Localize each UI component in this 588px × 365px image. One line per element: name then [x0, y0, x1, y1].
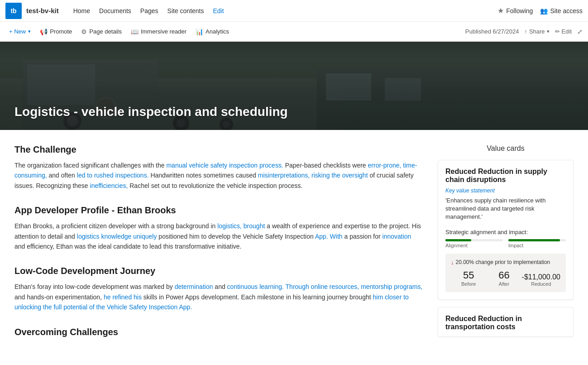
immersive-reader-button[interactable]: 📖 Immersive reader [127, 26, 190, 37]
lowcode-section: Low-Code Development Journey Ethan's for… [14, 266, 423, 312]
lc-link3: Through online resources, [286, 283, 359, 290]
people-icon: 👥 [540, 7, 548, 14]
alignment-bar-fill [445, 239, 471, 241]
down-arrow-icon: ↓ [451, 259, 454, 266]
immersive-reader-icon: 📖 [131, 28, 139, 35]
published-status: Published 6/27/2024 [465, 28, 519, 35]
developer-body: Ethan Brooks, a proficient citizen devel… [14, 221, 423, 251]
right-sidebar: Value cards Reduced Reduction in supply … [438, 144, 574, 352]
card1-after: 66 After [486, 269, 521, 287]
analytics-label: Analytics [206, 28, 229, 35]
lc-link4: mentorship programs, [361, 283, 422, 290]
alignment-bar-track [445, 239, 503, 241]
card1-reduced-label: Reduced [522, 281, 560, 287]
lc-link7: unlocking the full potential of the Vehi… [14, 303, 192, 311]
promote-icon: 📢 [40, 28, 48, 35]
dev-link2: logistics knowledge uniquely [77, 233, 157, 240]
card1-title: Reduced Reduction in supply chain disrup… [445, 168, 566, 184]
fullscreen-icon: ⤢ [577, 28, 583, 35]
nav-links: Home Documents Pages Site contents Edit [70, 5, 498, 16]
new-button[interactable]: + New ▾ [5, 26, 34, 37]
page-details-icon: ⚙ [81, 28, 87, 35]
site-access-label: Site access [550, 7, 583, 14]
page-details-button[interactable]: ⚙ Page details [77, 26, 125, 37]
following-button[interactable]: ★ Following [497, 6, 533, 15]
card1-reduced-value: -$11,000.00 [522, 273, 560, 281]
value-card-2: Reduced Reduction in transportation cost… [438, 307, 574, 337]
card1-reduced: -$11,000.00 Reduced [522, 273, 560, 287]
share-button[interactable]: ↑ Share ▾ [524, 28, 549, 35]
nav-home[interactable]: Home [70, 5, 94, 16]
nav-right: ★ Following 👥 Site access [497, 6, 583, 15]
fullscreen-button[interactable]: ⤢ [577, 28, 583, 35]
card1-kv-text: 'Enhances supply chain resilience with s… [445, 197, 566, 221]
star-icon: ★ [497, 6, 504, 15]
edit-label: Edit [562, 28, 572, 35]
top-nav: tb test-bv-kit Home Documents Pages Site… [0, 0, 588, 22]
challenge-section: The Challenge The organization faced sig… [14, 144, 423, 191]
lowcode-title: Low-Code Development Journey [14, 266, 423, 276]
site-title: test-bv-kit [26, 7, 59, 14]
site-access-button[interactable]: 👥 Site access [540, 7, 583, 14]
share-label: Share [529, 28, 545, 35]
challenge-link1: manual vehicle safety inspection process… [166, 162, 283, 169]
logo: tb [5, 3, 22, 19]
new-chevron-icon: ▾ [28, 29, 31, 34]
card1-metrics-box: ↓ 20.00% change prior to implementation … [445, 254, 566, 292]
card1-after-value: 66 [486, 269, 521, 281]
nav-documents[interactable]: Documents [96, 5, 135, 16]
challenge-link5: inefficiencies, [90, 182, 128, 189]
dev-link4: innovation [382, 233, 411, 240]
lc-link1: determination [175, 283, 213, 290]
content-area: The Challenge The organization faced sig… [0, 130, 588, 365]
challenge-body: The organization faced significant chall… [14, 160, 423, 191]
following-label: Following [506, 7, 533, 14]
card1-strategic-label: Strategic alignment and impact: [445, 229, 566, 235]
impact-bar-fill [508, 239, 560, 241]
edit-button[interactable]: ✏ Edit [555, 28, 572, 35]
logo-initials: tb [10, 7, 16, 14]
nav-site-contents[interactable]: Site contents [164, 5, 208, 16]
nav-pages[interactable]: Pages [137, 5, 162, 16]
analytics-button[interactable]: 📊 Analytics [192, 26, 233, 37]
card1-metrics-change: ↓ 20.00% change prior to implementation [451, 259, 560, 266]
card1-after-label: After [486, 281, 521, 287]
card1-change-text: 20.00% change prior to implementation [456, 259, 550, 265]
left-content: The Challenge The organization faced sig… [14, 144, 423, 352]
challenge-title: The Challenge [14, 144, 423, 155]
developer-title: App Developer Profile - Ethan Brooks [14, 205, 423, 216]
card1-metrics-values: 55 Before 66 After -$11,000.00 Reduced [451, 269, 560, 287]
card1-before: 55 Before [451, 269, 486, 287]
alignment-bar-group: Alignment [445, 239, 503, 248]
dev-link3: App. With [315, 233, 343, 240]
dev-link1: logistics, brought [217, 222, 265, 230]
challenge-link3: led to rushed inspections. [77, 172, 149, 179]
card2-title: Reduced Reduction in transportation cost… [445, 315, 566, 331]
hero-title: Logistics - vehicle inspection and sched… [14, 105, 288, 119]
impact-bar-track [508, 239, 566, 241]
alignment-label: Alignment [445, 243, 503, 248]
published-label: Published 6/27/2024 [465, 28, 519, 35]
lc-link5: he refined his [104, 293, 142, 301]
overcoming-section: Overcoming Challenges [14, 327, 423, 337]
challenge-link4: misinterpretations, risking the oversigh… [258, 172, 368, 179]
promote-button[interactable]: 📢 Promote [36, 26, 76, 37]
immersive-reader-label: Immersive reader [141, 28, 186, 35]
impact-label: Impact [508, 243, 566, 248]
new-label: + New [9, 28, 26, 35]
toolbar: + New ▾ 📢 Promote ⚙ Page details 📖 Immer… [0, 22, 588, 42]
overcoming-title: Overcoming Challenges [14, 327, 423, 337]
nav-edit[interactable]: Edit [210, 5, 228, 16]
impact-bar-group: Impact [508, 239, 566, 248]
share-icon: ↑ [524, 28, 527, 35]
card1-alignment-bars: Alignment Impact [445, 239, 566, 248]
toolbar-right: Published 6/27/2024 ↑ Share ▾ ✏ Edit ⤢ [465, 28, 583, 35]
lowcode-body: Ethan's foray into low-code development … [14, 282, 423, 312]
lc-link2: continuous learning. [227, 283, 284, 290]
card1-kv-label: Key value statement [445, 187, 566, 194]
developer-section: App Developer Profile - Ethan Brooks Eth… [14, 205, 423, 251]
hero-banner: Logistics - vehicle inspection and sched… [0, 42, 588, 130]
lc-link6: him closer to [373, 293, 409, 301]
analytics-icon: 📊 [196, 28, 203, 35]
share-chevron-icon: ▾ [547, 29, 550, 34]
